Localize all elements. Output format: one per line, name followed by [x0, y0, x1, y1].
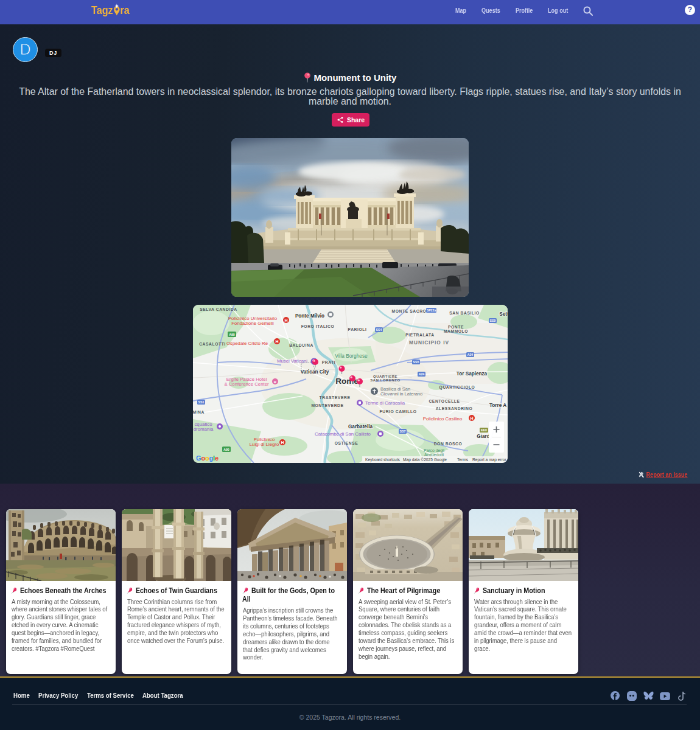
svg-text:Giard: Giard: [477, 434, 489, 439]
svg-text:Policlinico Casilino: Policlinico Casilino: [423, 416, 463, 422]
svg-text:PARIOLI: PARIOLI: [348, 327, 367, 332]
svg-text:SS1: SS1: [198, 400, 205, 404]
svg-text:A24: A24: [467, 353, 474, 356]
svg-text:Giovanni in Laterano: Giovanni in Laterano: [380, 391, 422, 397]
svg-text:e: e: [215, 454, 219, 462]
svg-text:EE0: EE0: [481, 428, 487, 432]
svg-text:OSTIENSE: OSTIENSE: [335, 441, 359, 445]
svg-text:QUARTICCIOLO: QUARTICCIOLO: [439, 385, 475, 390]
svg-text:SS4: SS4: [376, 328, 382, 332]
svg-text:Keyboard shortcuts: Keyboard shortcuts: [365, 457, 401, 462]
svg-text:FORO ITALICO: FORO ITALICO: [301, 324, 335, 328]
svg-text:MUNICIPIO IV: MUNICIPIO IV: [409, 339, 449, 346]
svg-text:H: H: [275, 339, 278, 344]
svg-text:SAN LORENZO: SAN LORENZO: [370, 378, 400, 382]
svg-text:Catacombe di San Callisto: Catacombe di San Callisto: [315, 431, 371, 437]
svg-text:SELVA CANDIDA: SELVA CANDIDA: [200, 307, 237, 311]
svg-text:Sett: Sett: [499, 311, 508, 317]
svg-text:& Conference Center: & Conference Center: [224, 381, 269, 387]
svg-text:Ospedale Cristo Re: Ospedale Cristo Re: [226, 341, 268, 346]
svg-text:PONTE: PONTE: [448, 325, 464, 329]
svg-text:G: G: [196, 454, 201, 462]
svg-text:ALESSANDRINO: ALESSANDRINO: [436, 406, 473, 411]
svg-text:Garbatella: Garbatella: [348, 424, 373, 429]
svg-text:MONTE SACRO: MONTE SACRO: [392, 309, 427, 313]
svg-text:Map data ©2025 Google: Map data ©2025 Google: [403, 457, 447, 462]
svg-text:SS5: SS5: [490, 319, 496, 322]
svg-text:IMINA: IMINA: [193, 410, 205, 414]
svg-text:Vatican City: Vatican City: [301, 369, 329, 375]
svg-text:Musei Vaticani: Musei Vaticani: [277, 358, 307, 364]
svg-text:A24: A24: [419, 372, 425, 376]
svg-text:dromania: dromania: [194, 426, 214, 432]
svg-text:CASALOTTI: CASALOTTI: [199, 342, 226, 346]
svg-text:SAN BASILIO: SAN BASILIO: [449, 311, 480, 315]
svg-text:Fondazione Gemelli: Fondazione Gemelli: [231, 321, 274, 326]
svg-text:PIETRALATA: PIETRALATA: [405, 333, 434, 337]
svg-text:Tor Sapienza: Tor Sapienza: [457, 371, 488, 377]
svg-text:H: H: [470, 416, 473, 420]
svg-text:Report a map error: Report a map error: [472, 457, 507, 462]
svg-text:SS7: SS7: [400, 429, 406, 433]
svg-text:Torre A: Torre A: [489, 403, 506, 408]
svg-text:Ponte Milvio: Ponte Milvio: [295, 313, 324, 319]
svg-text:H: H: [281, 440, 284, 445]
svg-text:Luigi di Liegro: Luigi di Liegro: [250, 442, 279, 447]
svg-text:A90: A90: [229, 333, 235, 336]
svg-text:H: H: [284, 318, 287, 322]
svg-text:SS5: SS5: [413, 360, 419, 364]
svg-text:Villa Borghese: Villa Borghese: [335, 353, 368, 359]
svg-text:Terms: Terms: [457, 457, 469, 462]
svg-text:CENTOCELLE: CENTOCELLE: [429, 399, 460, 403]
svg-text:B: B: [274, 380, 277, 384]
svg-text:FURIO CAMILLO: FURIO CAMILLO: [380, 409, 417, 414]
svg-text:Terme di Caracalla: Terme di Caracalla: [365, 400, 405, 406]
svg-text:TRASTEVERE: TRASTEVERE: [320, 395, 351, 400]
svg-text:SP22a: SP22a: [427, 308, 436, 312]
svg-text:MONTEVERDE: MONTEVERDE: [311, 403, 343, 408]
svg-text:BALDUINA: BALDUINA: [289, 343, 313, 347]
svg-text:MAMMOLO: MAMMOLO: [444, 329, 468, 333]
svg-text:A90: A90: [223, 448, 229, 451]
svg-text:DON BOSCO: DON BOSCO: [434, 442, 463, 446]
svg-text:PRATI: PRATI: [322, 360, 336, 364]
